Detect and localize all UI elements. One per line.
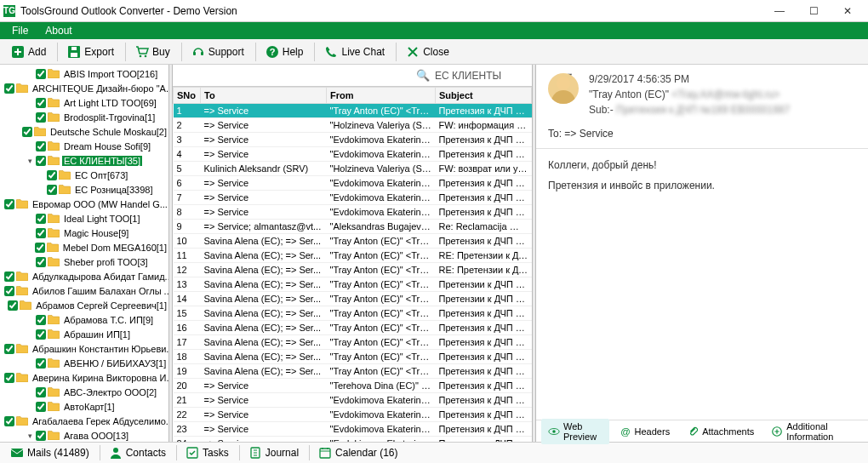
- tree-node[interactable]: Абрашин ИП[1]: [0, 327, 168, 341]
- tree-checkbox[interactable]: [4, 344, 14, 354]
- minimize-button[interactable]: —: [762, 0, 797, 22]
- tree-checkbox[interactable]: [36, 69, 46, 79]
- tree-node[interactable]: Евромар ООО (MW Handel G...: [0, 197, 168, 211]
- tree-node[interactable]: Ideal Light TOO[1]: [0, 211, 168, 226]
- export-button[interactable]: Export: [60, 42, 122, 62]
- table-row[interactable]: 7=> Service"Evdokimova Ekaterina (E...Пр…: [174, 191, 532, 205]
- collapse-icon[interactable]: ▾: [26, 156, 35, 165]
- tree-node[interactable]: ▾ЕС КЛИЕНТЫ[35]: [0, 153, 168, 168]
- tree-checkbox[interactable]: [36, 112, 46, 123]
- buy-button[interactable]: Buy: [128, 42, 178, 62]
- tab-contacts[interactable]: Contacts: [102, 444, 173, 461]
- tree-checkbox[interactable]: [36, 257, 46, 267]
- table-row[interactable]: 16Savina Alena (EC); => Ser..."Tray Anto…: [174, 321, 532, 335]
- tree-node[interactable]: Абрамова Т.С. ИП[9]: [0, 312, 168, 327]
- tree-checkbox[interactable]: [4, 272, 14, 282]
- tree-checkbox[interactable]: [36, 156, 46, 166]
- livechat-button[interactable]: Live Chat: [317, 42, 392, 62]
- tree-checkbox[interactable]: [36, 358, 46, 369]
- table-row[interactable]: 14Savina Alena (EC); => Ser..."Tray Anto…: [174, 292, 532, 306]
- table-row[interactable]: 23=> Service"Evdokimova Ekaterina (E...П…: [174, 422, 532, 437]
- close-window-button[interactable]: ✕: [831, 0, 865, 22]
- table-row[interactable]: 12Savina Alena (EC); => Ser..."Tray Anto…: [174, 263, 532, 277]
- table-row[interactable]: 6=> Service"Evdokimova Ekaterina (E...Пр…: [174, 176, 532, 191]
- tree-node[interactable]: Абилов Гашим Балахан Оглы ...: [0, 283, 168, 298]
- tab-calendar[interactable]: Calendar (16): [311, 444, 404, 461]
- tree-checkbox[interactable]: [36, 431, 46, 441]
- col-to[interactable]: To: [201, 88, 327, 104]
- close-button[interactable]: Close: [398, 42, 457, 62]
- tree-node[interactable]: Magic House[9]: [0, 226, 168, 240]
- tree-node[interactable]: Абдулкадырова Абидат Гамид...: [0, 269, 168, 283]
- table-row[interactable]: 22=> Service"Evdokimova Ekaterina (E...П…: [174, 408, 532, 422]
- tree-node[interactable]: ARCHITEQUE Дизайн-бюро "А...: [0, 81, 168, 95]
- tree-checkbox[interactable]: [22, 127, 32, 137]
- tree-checkbox[interactable]: [36, 228, 46, 238]
- col-subject[interactable]: Subject: [436, 88, 532, 104]
- table-row[interactable]: 10Savina Alena (EC); => Ser..."Tray Anto…: [174, 234, 532, 249]
- menu-about[interactable]: About: [37, 25, 80, 37]
- table-row[interactable]: 17Savina Alena (EC); => Ser..."Tray Anto…: [174, 335, 532, 350]
- tree-checkbox[interactable]: [4, 199, 14, 209]
- table-row[interactable]: 8=> Service"Evdokimova Ekaterina (E...Пр…: [174, 205, 532, 220]
- tab-web-preview[interactable]: Web Preview: [541, 419, 609, 444]
- tree-node[interactable]: АВС-Электро ООО[2]: [0, 385, 168, 399]
- tree-node[interactable]: АвтоКарт[1]: [0, 399, 168, 414]
- maximize-button[interactable]: ☐: [797, 0, 831, 22]
- tree-checkbox[interactable]: [4, 416, 14, 426]
- table-row[interactable]: 18Savina Alena (EC); => Ser..."Tray Anto…: [174, 350, 532, 364]
- tree-node[interactable]: АВЕНЮ / БИБИХАУЗ[1]: [0, 356, 168, 370]
- tree-node[interactable]: ЕС Опт[673]: [0, 168, 168, 182]
- tree-node[interactable]: Sheber profi TOO[3]: [0, 254, 168, 269]
- table-row[interactable]: 9=> Service; almantasz@vt..."Aleksandras…: [174, 220, 532, 234]
- tree-checkbox[interactable]: [8, 300, 18, 311]
- tree-checkbox[interactable]: [36, 387, 46, 397]
- collapse-icon[interactable]: ▾: [26, 431, 35, 440]
- tab-tasks[interactable]: Tasks: [179, 444, 236, 461]
- col-sno[interactable]: SNo: [174, 88, 201, 104]
- support-button[interactable]: Support: [184, 42, 252, 62]
- tree-node[interactable]: Абрамов Сергей Сергеевич[1]: [0, 298, 168, 312]
- tree-checkbox[interactable]: [36, 214, 46, 224]
- tree-node[interactable]: Абрашкин Константин Юрьеви...: [0, 341, 168, 356]
- tab-attachments[interactable]: Attachments: [680, 423, 761, 440]
- tab-additional-info[interactable]: Additional Information: [764, 419, 859, 444]
- tree-checkbox[interactable]: [36, 402, 46, 412]
- tab-mails[interactable]: Mails (41489): [3, 444, 96, 461]
- table-row[interactable]: 11Savina Alena (EC); => Ser..."Tray Anto…: [174, 249, 532, 263]
- tree-node[interactable]: Brodosplit-Trgovina[1]: [0, 110, 168, 124]
- tree-checkbox[interactable]: [47, 185, 57, 195]
- table-row[interactable]: 20=> Service"Terehova Dina (EC)" <Te...П…: [174, 379, 532, 393]
- table-row[interactable]: 2=> Service"Holzineva Valeriya (SRV)...F…: [174, 118, 532, 133]
- table-row[interactable]: 1=> Service"Tray Anton (EC)" <Tray.A...П…: [174, 104, 532, 118]
- table-row[interactable]: 13Savina Alena (EC); => Ser..."Tray Anto…: [174, 277, 532, 292]
- help-button[interactable]: ? Help: [258, 42, 311, 62]
- tree-node[interactable]: ABIS Import TOO[216]: [0, 66, 168, 81]
- tree-checkbox[interactable]: [36, 98, 46, 108]
- table-row[interactable]: 5Kulinich Aleksandr (SRV)"Holzineva Vale…: [174, 162, 532, 176]
- tab-headers[interactable]: @ Headers: [613, 423, 677, 440]
- tree-node[interactable]: ЕС Розница[3398]: [0, 182, 168, 197]
- tree-node[interactable]: Аверина Кирина Викторовна И...: [0, 370, 168, 385]
- tree-checkbox[interactable]: [47, 170, 57, 180]
- tree-node[interactable]: Art Light LTD TOO[69]: [0, 95, 168, 110]
- table-row[interactable]: 24=> Service"Evdokimova Ekaterina (E...П…: [174, 437, 532, 443]
- search-icon[interactable]: 🔍: [416, 69, 430, 82]
- tree-checkbox[interactable]: [36, 329, 46, 340]
- tree-node[interactable]: Агабалаева Герек Абдуселимо...: [0, 414, 168, 428]
- message-table-wrap[interactable]: SNo To From Subject 1=> Service"Tray Ant…: [173, 87, 532, 442]
- table-row[interactable]: 15Savina Alena (EC); => Ser..."Tray Anto…: [174, 306, 532, 321]
- tab-journal[interactable]: Journal: [242, 444, 306, 461]
- add-button[interactable]: Add: [3, 42, 54, 62]
- tree-checkbox[interactable]: [4, 83, 14, 94]
- tree-checkbox[interactable]: [35, 243, 45, 253]
- col-from[interactable]: From: [327, 88, 436, 104]
- table-row[interactable]: 19Savina Alena (EC); => Ser..."Tray Anto…: [174, 364, 532, 379]
- tree-node[interactable]: Deutsche Schule Moskau[2]: [0, 124, 168, 139]
- tree-node[interactable]: Mebel Dom MEGA160[1]: [0, 240, 168, 254]
- tree-node[interactable]: ▾Агава ООО[13]: [0, 428, 168, 442]
- tree-checkbox[interactable]: [4, 286, 14, 296]
- folder-tree[interactable]: ABIS Import TOO[216]ARCHITEQUE Дизайн-бю…: [0, 65, 168, 442]
- table-row[interactable]: 3=> Service"Evdokimova Ekaterina (E...Пр…: [174, 133, 532, 147]
- tree-node[interactable]: Dream House Sofi[9]: [0, 139, 168, 153]
